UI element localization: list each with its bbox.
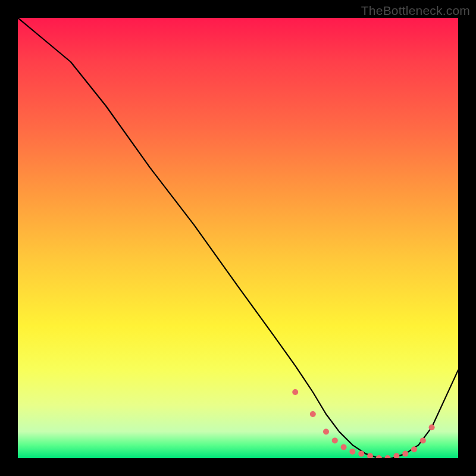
data-marker xyxy=(332,437,338,443)
data-marker xyxy=(358,451,364,457)
chart-svg xyxy=(18,18,458,458)
data-marker xyxy=(402,451,408,457)
data-marker xyxy=(349,449,355,455)
data-marker xyxy=(292,389,298,395)
data-marker xyxy=(376,455,382,458)
data-marker xyxy=(367,453,373,458)
data-marker xyxy=(411,446,417,452)
data-marker xyxy=(323,429,329,435)
marker-group xyxy=(292,389,434,458)
data-marker xyxy=(429,424,435,430)
chart-frame xyxy=(18,18,458,458)
watermark-text: TheBottleneck.com xyxy=(361,4,470,18)
data-marker xyxy=(393,453,399,458)
data-marker xyxy=(385,455,391,458)
data-marker xyxy=(310,411,316,417)
data-marker xyxy=(341,444,347,450)
bottleneck-curve-path xyxy=(18,18,458,458)
data-marker xyxy=(420,437,426,443)
